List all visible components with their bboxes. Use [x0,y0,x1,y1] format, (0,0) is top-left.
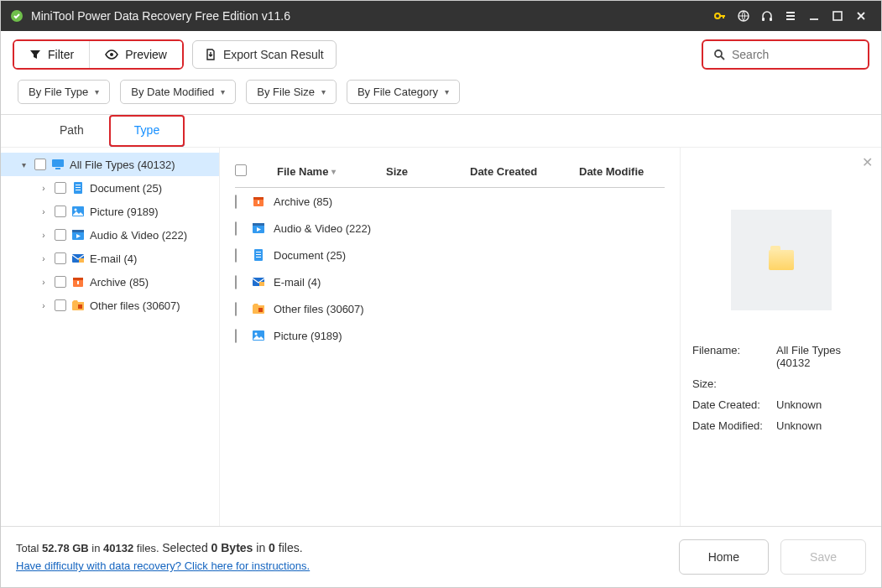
file-row[interactable]: Archive (85) [235,188,665,215]
arch-icon [252,195,274,208]
export-button[interactable]: Export Scan Result [192,40,337,69]
key-icon[interactable] [708,4,732,28]
close-details-icon[interactable]: ✕ [862,154,873,170]
checkbox[interactable] [235,329,237,343]
search-box[interactable] [702,39,869,70]
checkbox[interactable] [34,159,46,170]
tab-type[interactable]: Type [109,115,185,147]
t1: Total [16,542,42,554]
file-row[interactable]: E-mail (4) [235,268,665,295]
detail-created-value: Unknown [776,398,869,411]
detail-filename-value: All File Types (40132 [776,344,869,369]
checkbox[interactable] [235,275,237,289]
checkbox[interactable] [55,229,66,241]
checkbox[interactable] [55,206,66,217]
type-tree: ▾ All File Types (40132) ›Document (25)›… [1,148,219,526]
file-row[interactable]: Picture (9189) [235,322,665,349]
col-date-modified[interactable]: Date Modifie [579,165,655,178]
file-row-label: E-mail (4) [274,276,665,289]
by-category-dropdown[interactable]: By File Category▾ [347,80,460,104]
checkbox[interactable] [55,182,66,194]
checkbox[interactable] [235,221,237,236]
tree-item[interactable]: ›E-mail (4) [1,247,219,270]
file-list: File Name ▾ Size Date Created Date Modif… [219,148,680,526]
search-input[interactable] [732,48,879,61]
checkbox[interactable] [55,252,66,264]
app-title: MiniTool Power Data Recovery Free Editio… [31,9,290,23]
svg-rect-19 [79,258,84,263]
file-row[interactable]: Audio & Video (222) [235,215,665,242]
pic-icon [252,329,274,342]
globe-icon[interactable] [732,4,755,28]
by-file-type-dropdown[interactable]: By File Type▾ [18,80,110,104]
chevron-right-icon[interactable]: › [38,254,50,263]
headphones-icon[interactable] [755,4,779,28]
title-bar: MiniTool Power Data Recovery Free Editio… [1,1,881,31]
col-date-created[interactable]: Date Created [470,165,579,178]
doc-icon [252,248,274,262]
svg-point-1 [715,13,720,18]
chevron-right-icon[interactable]: › [38,301,50,310]
tree-children: ›Document (25)›Picture (9189)›Audio & Vi… [1,176,219,317]
email-icon [71,252,85,265]
monitor-icon [51,158,65,171]
av-icon [252,221,274,235]
status-bar: Total 52.78 GB in 40132 files. Selected … [1,526,881,587]
preview-button[interactable]: Preview [89,41,182,68]
pic-icon [71,205,85,218]
chevron-right-icon[interactable]: › [38,184,50,193]
search-icon [713,49,725,60]
by-size-dropdown[interactable]: By File Size▾ [246,80,337,104]
col-size[interactable]: Size [386,165,470,178]
help-link[interactable]: Have difficulty with data recovery? Clic… [16,559,310,572]
file-row[interactable]: Document (25) [235,242,665,268]
filter-icon [29,49,41,60]
home-button[interactable]: Home [679,539,769,575]
select-all-checkbox[interactable] [235,164,247,176]
tab-path[interactable]: Path [34,115,109,147]
t3: in [89,542,103,554]
col-file-name-label: File Name [277,165,328,178]
arch-icon [71,275,85,289]
maximize-icon[interactable] [826,4,849,28]
svg-rect-21 [73,278,83,280]
checkbox[interactable] [235,248,237,263]
tree-item-label: Archive (85) [90,276,149,289]
checkbox[interactable] [55,276,66,288]
export-icon [205,49,217,60]
close-icon[interactable] [849,4,873,28]
tree-item[interactable]: ›Other files (30607) [1,294,219,317]
svg-point-15 [75,209,77,211]
chevron-down-icon: ▾ [221,87,225,96]
chevron-right-icon[interactable]: › [38,278,50,287]
file-row-label: Audio & Video (222) [274,222,665,235]
other-icon [252,302,274,315]
svg-rect-25 [253,197,264,200]
chevron-down-icon[interactable]: ▾ [18,160,29,169]
minimize-icon[interactable] [802,4,826,28]
file-row[interactable]: Other files (30607) [235,295,665,322]
tree-item-label: Other files (30607) [90,299,180,312]
filter-label: Filter [48,48,74,61]
file-row-label: Picture (9189) [274,330,665,342]
chevron-right-icon[interactable]: › [38,231,50,240]
filter-button[interactable]: Filter [14,41,89,68]
menu-icon[interactable] [779,4,802,28]
tree-item[interactable]: ›Document (25) [1,176,219,200]
save-button[interactable]: Save [780,539,866,575]
checkbox[interactable] [235,302,237,316]
tree-item[interactable]: ›Audio & Video (222) [1,223,219,247]
chevron-down-icon: ▾ [445,87,449,96]
col-file-name[interactable]: File Name ▾ [277,165,386,178]
tree-root[interactable]: ▾ All File Types (40132) [1,153,219,176]
view-tabs: Path Type [1,115,881,147]
checkbox[interactable] [235,195,237,209]
tree-item[interactable]: ›Picture (9189) [1,200,219,223]
t5: files. [133,542,162,554]
tree-item[interactable]: ›Archive (85) [1,270,219,294]
chevron-right-icon[interactable]: › [38,207,50,216]
app-logo-icon [9,8,24,23]
svg-rect-28 [253,223,264,226]
checkbox[interactable] [55,299,66,311]
by-date-dropdown[interactable]: By Date Modified▾ [120,80,236,104]
